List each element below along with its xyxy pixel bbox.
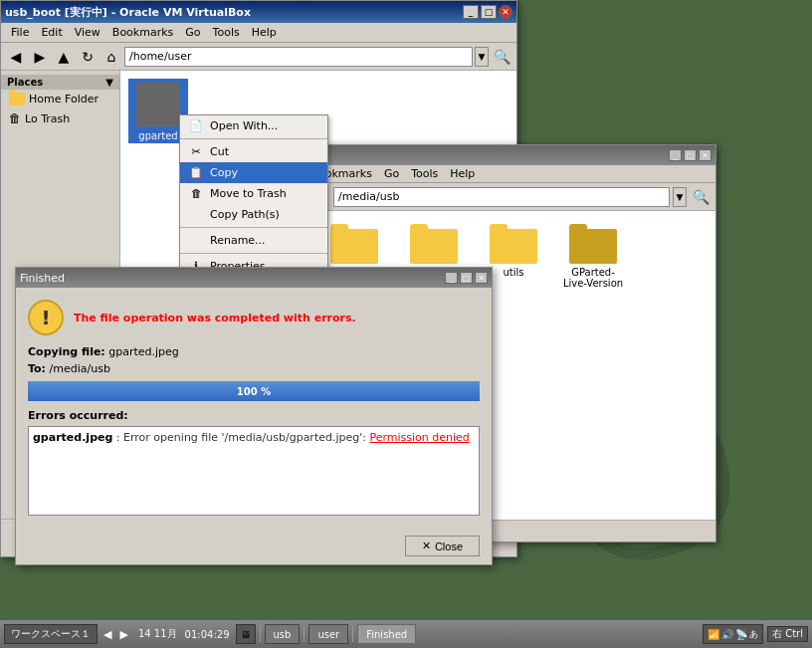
sidebar-header-label: Places xyxy=(7,77,43,88)
utils-folder-icon xyxy=(490,224,537,264)
context-copy-label: Copy xyxy=(210,166,238,179)
error-titlebar: Finished _ □ ✕ xyxy=(16,268,492,288)
taskbar-time: 01:04:29 xyxy=(185,629,230,640)
taskbar-date: 14 11月 xyxy=(134,627,181,641)
menu-file[interactable]: File xyxy=(5,24,35,41)
error-maximize-button[interactable]: □ xyxy=(460,272,473,284)
usb-menu-tools[interactable]: Tools xyxy=(405,165,444,182)
taskbar-workspace-label: ワークスペース１ xyxy=(11,627,91,641)
context-menu-cut[interactable]: ✂ Cut xyxy=(180,141,327,162)
progress-text: 100 % xyxy=(237,386,271,397)
taskbar-show-desktop[interactable]: 🖥 xyxy=(236,624,256,644)
context-trash-label: Move to Trash xyxy=(210,187,287,200)
context-separator-3 xyxy=(180,253,327,254)
close-dialog-button[interactable]: ✕ Close xyxy=(405,536,480,556)
taskbar-finished-label: Finished xyxy=(366,629,407,640)
ctrl-text: 右 Ctrl xyxy=(772,628,803,639)
usb-maximize-button[interactable]: □ xyxy=(684,149,697,161)
menu-bookmarks[interactable]: Bookmarks xyxy=(106,24,179,41)
error-close-button[interactable]: ✕ xyxy=(475,272,488,284)
cut-icon: ✂ xyxy=(188,144,204,160)
errors-box: gparted.jpeg : Error opening file '/medi… xyxy=(28,426,480,516)
move-trash-icon: 🗑 xyxy=(188,186,204,202)
sidebar-item-home[interactable]: Home Folder xyxy=(1,90,119,108)
titlebar-buttons: _ □ ✕ xyxy=(463,5,512,19)
taskbar-finished-item[interactable]: Finished xyxy=(357,624,416,644)
context-open-with-label: Open With... xyxy=(210,119,278,132)
context-cut-label: Cut xyxy=(210,145,229,158)
menu-view[interactable]: View xyxy=(69,24,106,41)
usb-close-button[interactable]: ✕ xyxy=(699,149,711,161)
sidebar-item-trash[interactable]: 🗑 Lo Trash xyxy=(1,108,119,128)
menu-help[interactable]: Help xyxy=(246,24,283,41)
maximize-button[interactable]: □ xyxy=(481,5,497,19)
taskbar-usb-item[interactable]: usb xyxy=(265,624,301,644)
copy-to-value: /media/usb xyxy=(50,362,110,375)
vbox-menubar: File Edit View Bookmarks Go Tools Help xyxy=(1,23,516,43)
usb-address-bar[interactable]: /media/usb xyxy=(333,187,670,207)
utils-label: utils xyxy=(503,267,523,278)
copy-file-detail: Copying file: gparted.jpeg xyxy=(28,345,480,358)
home-button[interactable]: ⌂ xyxy=(101,46,122,68)
context-menu-rename[interactable]: Rename... xyxy=(180,230,327,251)
vbox-toolbar: ◀ ▶ ▲ ↻ ⌂ /home/user ▼ 🔍 xyxy=(1,43,516,71)
nav-dropdown[interactable]: ▼ xyxy=(475,47,489,67)
minimize-button[interactable]: _ xyxy=(463,5,479,19)
rename-icon xyxy=(188,233,204,249)
taskbar-start[interactable]: ワークスペース１ xyxy=(4,624,98,644)
dialog-buttons: ✕ Close xyxy=(16,528,492,564)
usb-titlebar-buttons: _ □ ✕ xyxy=(669,149,711,161)
usb-menu-go[interactable]: Go xyxy=(378,165,405,182)
network-tray-icon[interactable]: 📶 xyxy=(708,629,719,640)
bluetooth-tray-icon[interactable]: 📡 xyxy=(735,629,747,640)
menu-edit[interactable]: Edit xyxy=(35,24,68,41)
up-button[interactable]: ▲ xyxy=(53,46,75,68)
taskbar-user-label: user xyxy=(317,629,339,640)
error-message-file: gparted.jpeg xyxy=(33,431,112,444)
taskbar-workspace-nav-next[interactable]: ▶ xyxy=(117,628,129,641)
volume-tray-icon[interactable]: 🔊 xyxy=(721,629,733,640)
open-with-icon: 📄 xyxy=(188,118,204,134)
gparted-thumbnail xyxy=(134,81,182,128)
context-separator-2 xyxy=(180,227,327,228)
errors-section: Errors occurred: gparted.jpeg : Error op… xyxy=(28,409,480,516)
desktop-icon: 🖥 xyxy=(241,629,251,640)
context-menu-move-to-trash[interactable]: 🗑 Move to Trash xyxy=(180,183,327,204)
close-button[interactable]: ✕ xyxy=(499,5,512,19)
error-minimize-button[interactable]: _ xyxy=(445,272,458,284)
usb-minimize-button[interactable]: _ xyxy=(669,149,682,161)
context-separator-1 xyxy=(180,138,327,139)
address-text: /home/user xyxy=(129,50,192,63)
forward-button[interactable]: ▶ xyxy=(29,46,51,68)
context-menu-copy[interactable]: 📋 Copy xyxy=(180,162,327,183)
taskbar-user-item[interactable]: user xyxy=(308,624,348,644)
sidebar-toggle[interactable]: ▼ xyxy=(105,77,113,88)
virtualbox-titlebar: usb_boot [実行中] - Oracle VM VirtualBox _ … xyxy=(1,1,516,23)
menu-tools[interactable]: Tools xyxy=(207,24,246,41)
copy-to-detail: To: /media/usb xyxy=(28,362,480,375)
back-button[interactable]: ◀ xyxy=(5,46,27,68)
usb-address-text: /media/usb xyxy=(338,190,399,203)
gparted-live-folder-icon xyxy=(569,224,617,264)
lang-tray-icon[interactable]: あ xyxy=(749,628,758,641)
error-content: ! The file operation was completed with … xyxy=(16,288,492,528)
taskbar-workspace-nav-prev[interactable]: ◀ xyxy=(102,628,113,641)
search-button[interactable]: 🔍 xyxy=(491,46,512,68)
context-menu-open-with[interactable]: 📄 Open With... xyxy=(180,115,327,136)
address-bar[interactable]: /home/user xyxy=(124,47,473,67)
menu-go[interactable]: Go xyxy=(179,24,206,41)
taskbar-separator-3 xyxy=(352,626,353,642)
context-rename-label: Rename... xyxy=(210,234,266,247)
usb-menu-help[interactable]: Help xyxy=(444,165,481,182)
right-ctrl-label: 右 Ctrl xyxy=(767,626,808,642)
desktop: usb_boot [実行中] - Oracle VM VirtualBox _ … xyxy=(0,0,812,648)
usb-nav-dropdown[interactable]: ▼ xyxy=(673,187,687,207)
file-item-gparted-live[interactable]: GParted-Live-Version xyxy=(558,221,628,292)
copy-path-icon xyxy=(188,207,204,223)
usb-search-button[interactable]: 🔍 xyxy=(690,186,711,208)
context-copy-path-label: Copy Path(s) xyxy=(210,208,280,221)
gparted-live-label: GParted-Live-Version xyxy=(561,267,625,289)
context-menu-copy-path[interactable]: Copy Path(s) xyxy=(180,204,327,225)
sidebar-header: Places ▼ xyxy=(1,75,119,90)
reload-button[interactable]: ↻ xyxy=(77,46,99,68)
